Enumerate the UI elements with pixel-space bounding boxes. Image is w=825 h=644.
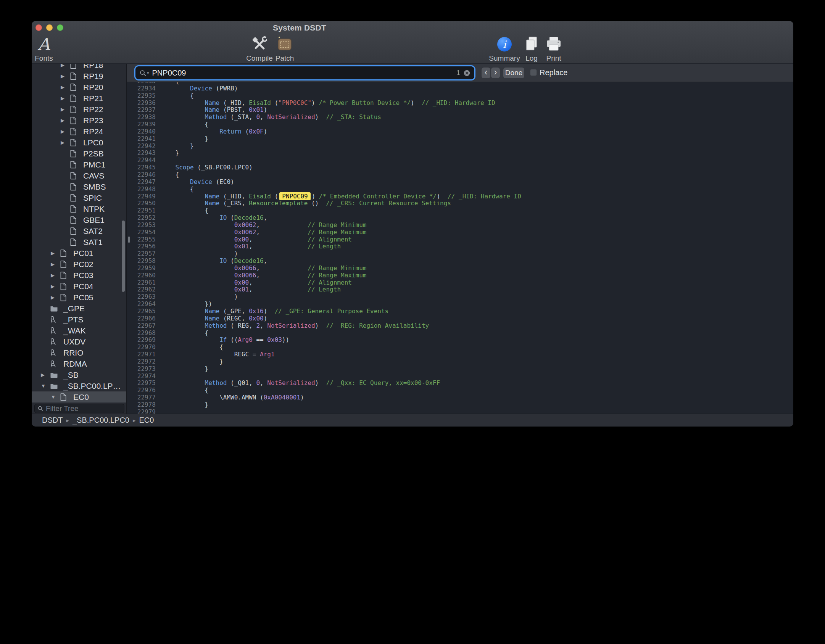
line-content: { bbox=[156, 387, 208, 394]
tree-item-rp19[interactable]: ▶RP19 bbox=[32, 71, 126, 82]
tree-item-label: RP18 bbox=[82, 64, 103, 70]
find-previous-button[interactable]: ‹ bbox=[482, 68, 490, 78]
disclosure-triangle-icon[interactable]: ▼ bbox=[51, 394, 60, 400]
tree-item-rp24[interactable]: ▶RP24 bbox=[32, 126, 126, 137]
tree-item-pc05[interactable]: ▶PC05 bbox=[32, 292, 126, 303]
line-number: 22961 bbox=[127, 279, 156, 287]
tree-item-sat1[interactable]: SAT1 bbox=[32, 237, 126, 248]
tree-item-sb-pc00-lp[interactable]: ▼_SB.PC00.LP… bbox=[32, 380, 126, 391]
code-line: 22958 IO (Decode16, bbox=[127, 258, 793, 265]
tree-item-uxdv[interactable]: UXDV bbox=[32, 336, 126, 347]
tree-item-ntpk[interactable]: NTPK bbox=[32, 203, 126, 214]
tree-item-sat2[interactable]: SAT2 bbox=[32, 225, 126, 237]
zoom-button[interactable] bbox=[57, 24, 63, 31]
disclosure-triangle-icon[interactable]: ▶ bbox=[61, 118, 70, 123]
doc-icon bbox=[70, 127, 78, 136]
line-number: 22946 bbox=[127, 171, 156, 179]
tree-item-pc01[interactable]: ▶PC01 bbox=[32, 248, 126, 259]
tree-item-label: CAVS bbox=[82, 171, 105, 180]
tree-item-rdma[interactable]: RDMA bbox=[32, 358, 126, 369]
breadcrumb-item[interactable]: DSDT bbox=[42, 416, 63, 425]
patch-label: Patch bbox=[266, 54, 303, 63]
code-line: 22976 { bbox=[127, 387, 793, 394]
disclosure-triangle-icon[interactable]: ▶ bbox=[61, 64, 70, 68]
line-content: } bbox=[156, 135, 208, 143]
tree-item-wak[interactable]: _WAK bbox=[32, 325, 126, 336]
disclosure-triangle-icon[interactable]: ▶ bbox=[61, 84, 70, 90]
tree-item-rrio[interactable]: RRIO bbox=[32, 347, 126, 358]
code-line: 22961 0x00, // Alignment bbox=[127, 279, 793, 287]
tree-item-sb[interactable]: ▶_SB bbox=[32, 369, 126, 380]
code-editor[interactable]: 22933 {22934 Device (PWRB)22935 {22936 N… bbox=[127, 82, 793, 414]
fonts-button[interactable]: A Fonts bbox=[32, 35, 62, 63]
doc-icon bbox=[70, 138, 78, 147]
tree-item-spic[interactable]: SPIC bbox=[32, 192, 126, 203]
find-next-button[interactable]: › bbox=[491, 68, 500, 78]
tree-item-smbs[interactable]: SMBS bbox=[32, 181, 126, 192]
tree-item-pts[interactable]: _PTS bbox=[32, 314, 126, 325]
tree-item-label: PC02 bbox=[72, 260, 93, 269]
tree-item-pmc1[interactable]: PMC1 bbox=[32, 159, 126, 170]
line-number: 22971 bbox=[127, 351, 156, 358]
tree-item-gpe[interactable]: _GPE bbox=[32, 303, 126, 314]
line-number: 22939 bbox=[127, 121, 156, 128]
disclosure-triangle-icon[interactable]: ▼ bbox=[41, 383, 50, 389]
disclosure-triangle-icon[interactable]: ▶ bbox=[51, 250, 60, 256]
line-number: 22975 bbox=[127, 380, 156, 387]
close-button[interactable] bbox=[35, 24, 42, 31]
tree-item-rp22[interactable]: ▶RP22 bbox=[32, 104, 126, 115]
tree-item-label: RP22 bbox=[82, 105, 103, 114]
filter-tree-input[interactable] bbox=[46, 404, 121, 413]
line-number: 22951 bbox=[127, 207, 156, 214]
disclosure-triangle-icon[interactable]: ▶ bbox=[51, 272, 60, 278]
tree-item-cavs[interactable]: CAVS bbox=[32, 170, 126, 181]
line-content: Device (PWRB) bbox=[156, 85, 238, 92]
line-content: ) bbox=[156, 293, 238, 301]
search-input[interactable] bbox=[149, 69, 456, 77]
clear-search-icon[interactable] bbox=[463, 69, 471, 77]
line-content: REGC = Arg1 bbox=[156, 351, 275, 358]
tree-item-lpc0[interactable]: ▶LPC0 bbox=[32, 137, 126, 148]
print-button[interactable]: Print bbox=[535, 35, 572, 63]
tree-item-rp18[interactable]: ▶RP18 bbox=[32, 64, 126, 71]
disclosure-triangle-icon[interactable]: ▶ bbox=[51, 261, 60, 267]
breadcrumb-item[interactable]: _SB.PC00.LPC0 bbox=[73, 416, 129, 425]
disclosure-triangle-icon[interactable]: ▶ bbox=[51, 283, 60, 289]
tree-item-label: GBE1 bbox=[82, 216, 105, 225]
tree-item-pc04[interactable]: ▶PC04 bbox=[32, 281, 126, 292]
line-content: Device (EC0) bbox=[156, 179, 234, 186]
disclosure-triangle-icon[interactable]: ▶ bbox=[41, 372, 50, 378]
line-content: 0x00, // Alignment bbox=[156, 279, 352, 287]
tree-item-pc03[interactable]: ▶PC03 bbox=[32, 270, 126, 281]
printer-icon bbox=[535, 35, 572, 54]
replace-checkbox[interactable] bbox=[530, 69, 537, 76]
tree-item-rp23[interactable]: ▶RP23 bbox=[32, 115, 126, 126]
disclosure-triangle-icon[interactable]: ▶ bbox=[61, 106, 70, 112]
tree-item-label: _WAK bbox=[62, 326, 86, 335]
breadcrumb-item[interactable]: EC0 bbox=[139, 416, 154, 425]
patch-button[interactable]: Patch bbox=[266, 35, 303, 63]
doc-icon bbox=[60, 249, 68, 258]
tree-item-rp21[interactable]: ▶RP21 bbox=[32, 93, 126, 104]
line-number: 22954 bbox=[127, 229, 156, 236]
info-icon: i bbox=[497, 37, 512, 52]
code-line: 22942 } bbox=[127, 143, 793, 150]
tree-item-pc02[interactable]: ▶PC02 bbox=[32, 259, 126, 270]
line-number: 22969 bbox=[127, 336, 156, 344]
doc-icon bbox=[70, 216, 78, 224]
disclosure-triangle-icon[interactable]: ▶ bbox=[61, 95, 70, 101]
pane-splitter-handle[interactable] bbox=[128, 237, 130, 243]
tree-item-label: _SB.PC00.LP… bbox=[62, 382, 121, 391]
done-button[interactable]: Done bbox=[503, 68, 524, 78]
fonts-label: Fonts bbox=[32, 54, 62, 63]
tree-item-p2sb[interactable]: P2SB bbox=[32, 148, 126, 159]
tree-item-gbe1[interactable]: GBE1 bbox=[32, 214, 126, 225]
disclosure-triangle-icon[interactable]: ▶ bbox=[51, 295, 60, 300]
minimize-button[interactable] bbox=[46, 24, 53, 31]
disclosure-triangle-icon[interactable]: ▶ bbox=[61, 73, 70, 79]
tree-item-ec0[interactable]: ▼EC0 bbox=[32, 391, 126, 402]
disclosure-triangle-icon[interactable]: ▶ bbox=[61, 129, 70, 134]
sidebar-scrollbar[interactable] bbox=[122, 221, 125, 292]
disclosure-triangle-icon[interactable]: ▶ bbox=[61, 140, 70, 145]
tree-item-rp20[interactable]: ▶RP20 bbox=[32, 82, 126, 93]
